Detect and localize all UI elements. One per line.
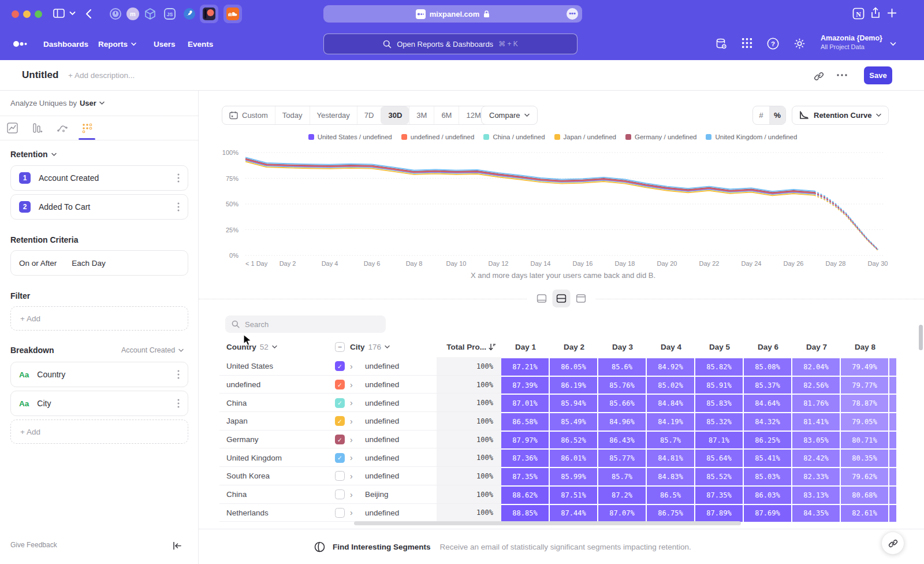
settings-gear-icon[interactable] bbox=[793, 38, 806, 50]
cell-retention-value[interactable]: 78.87% bbox=[841, 395, 888, 412]
cell-retention-value[interactable]: 85.7% bbox=[647, 432, 694, 449]
range-7d[interactable]: 7D bbox=[357, 106, 381, 124]
table-row[interactable]: United States✓›undefined100%87.21%86.05%… bbox=[199, 357, 924, 376]
cell-retention-value[interactable]: 85.83% bbox=[695, 395, 743, 412]
cell-retention-value[interactable]: 84.96% bbox=[598, 413, 646, 431]
cell-retention-value[interactable]: 87.89% bbox=[695, 505, 743, 522]
table-search-input[interactable]: Search bbox=[225, 316, 386, 333]
cell-retention-value[interactable]: 87.01% bbox=[501, 395, 549, 412]
expand-row-icon[interactable]: › bbox=[350, 453, 365, 462]
cell-retention-value[interactable]: 85.77% bbox=[598, 450, 646, 467]
cell-retention-value[interactable]: 85.76% bbox=[598, 377, 646, 394]
notion-icon[interactable]: N bbox=[852, 8, 865, 20]
cell-retention-value[interactable]: 82.04% bbox=[792, 358, 840, 376]
segment-checkbox-checked[interactable]: ✓ bbox=[335, 435, 345, 444]
share-link-fab[interactable] bbox=[882, 532, 904, 554]
cell-retention-value[interactable]: 86.75% bbox=[647, 505, 694, 522]
column-header-day-7[interactable]: Day 7 bbox=[792, 343, 841, 351]
cell-retention-value[interactable]: 86.52% bbox=[550, 432, 597, 449]
filter-add-button[interactable]: + Add bbox=[10, 306, 188, 331]
global-search[interactable]: Open Reports & Dashboards ⌘ + K bbox=[323, 34, 578, 54]
table-row[interactable]: Germany✓›undefined100%87.97%86.52%86.43%… bbox=[199, 431, 924, 449]
cell-retention-value[interactable]: 87.35% bbox=[695, 487, 743, 504]
kebab-menu-icon[interactable] bbox=[177, 370, 180, 379]
criteria-interval[interactable]: Each Day bbox=[72, 259, 106, 268]
analyze-value[interactable]: User bbox=[80, 99, 96, 107]
expand-row-icon[interactable]: › bbox=[350, 490, 365, 499]
cell-retention-value[interactable]: 86.43% bbox=[598, 432, 646, 449]
bird-icon[interactable] bbox=[180, 5, 199, 23]
maximize-window-button[interactable] bbox=[35, 10, 42, 18]
cell-retention-value[interactable]: 86.58% bbox=[501, 413, 549, 431]
chart-type-selector[interactable]: Retention Curve bbox=[792, 106, 889, 125]
cell-retention-value[interactable]: 84.35% bbox=[792, 505, 840, 522]
unit-percent[interactable]: % bbox=[769, 106, 785, 124]
cell-retention-value[interactable]: 87.07% bbox=[598, 505, 646, 522]
cell-retention-value[interactable]: 88.85% bbox=[501, 505, 549, 522]
compare-button[interactable]: Compare bbox=[481, 106, 538, 125]
criteria-condition[interactable]: On or After bbox=[19, 259, 57, 268]
tab-funnels[interactable] bbox=[25, 116, 50, 140]
cell-retention-value[interactable]: 85.02% bbox=[647, 377, 694, 394]
column-header-day-8[interactable]: Day 8 bbox=[841, 343, 889, 351]
table-row[interactable]: undefined✓›undefined100%87.39%86.19%85.7… bbox=[199, 376, 924, 394]
column-header-day-1[interactable]: Day 1 bbox=[501, 343, 550, 351]
cell-retention-value[interactable]: 82.56% bbox=[792, 377, 840, 394]
cell-retention-value[interactable]: 87.2% bbox=[598, 487, 646, 504]
cell-retention-value[interactable]: 86.01% bbox=[550, 450, 597, 467]
cell-retention-value[interactable]: 87.35% bbox=[501, 468, 549, 485]
back-icon[interactable] bbox=[85, 9, 92, 19]
kebab-menu-icon[interactable] bbox=[177, 173, 180, 183]
legend-item[interactable]: United Kingdom / undefined bbox=[706, 133, 797, 140]
column-header-day-3[interactable]: Day 3 bbox=[598, 343, 647, 351]
cell-retention-value[interactable]: 84.83% bbox=[647, 468, 694, 485]
table-row[interactable]: South Korea›undefined100%87.35%85.99%85.… bbox=[199, 467, 924, 485]
range-custom[interactable]: Custom bbox=[222, 106, 275, 124]
cell-retention-value[interactable]: 86.5% bbox=[647, 487, 694, 504]
view-table-only-button[interactable] bbox=[572, 290, 590, 307]
cell-retention-value[interactable]: 85.7% bbox=[598, 468, 646, 485]
expand-row-icon[interactable]: › bbox=[350, 417, 365, 426]
cell-retention-value[interactable]: 83.05% bbox=[792, 432, 840, 449]
nav-link-users[interactable]: Users bbox=[154, 28, 176, 60]
new-tab-icon[interactable] bbox=[887, 8, 897, 18]
cell-retention-value[interactable]: 85.82% bbox=[695, 358, 743, 376]
expand-row-icon[interactable]: › bbox=[350, 472, 365, 481]
cell-retention-value[interactable]: 81.76% bbox=[792, 395, 840, 412]
table-row[interactable]: China✓›undefined100%87.01%85.94%85.66%84… bbox=[199, 394, 924, 412]
cell-retention-value[interactable]: 85.94% bbox=[550, 395, 597, 412]
legend-item[interactable]: undefined / undefined bbox=[401, 133, 475, 140]
tab-insights[interactable] bbox=[0, 116, 25, 140]
minimize-window-button[interactable] bbox=[23, 10, 31, 18]
cell-retention-value[interactable]: 80.68% bbox=[841, 487, 888, 504]
tab-flows[interactable] bbox=[50, 116, 74, 140]
view-split-button[interactable] bbox=[553, 290, 571, 307]
cell-retention-value[interactable]: 88.62% bbox=[501, 487, 549, 504]
mixpanel-logo[interactable] bbox=[13, 28, 28, 60]
city-select-all-checkbox[interactable]: – bbox=[335, 342, 350, 352]
column-header-day-4[interactable]: Day 4 bbox=[647, 343, 695, 351]
segment-checkbox-unchecked[interactable] bbox=[335, 471, 345, 481]
breakdown-add-button[interactable]: + Add bbox=[10, 420, 188, 444]
nav-link-events[interactable]: Events bbox=[188, 28, 213, 60]
step-card-account-created[interactable]: 1 Account Created bbox=[10, 165, 188, 191]
add-description[interactable]: + Add description... bbox=[68, 71, 135, 80]
cell-retention-value[interactable]: 79.77% bbox=[841, 377, 888, 394]
cell-retention-value[interactable]: 86.03% bbox=[744, 487, 791, 504]
save-button[interactable]: Save bbox=[864, 66, 892, 84]
browser-sidebar-icon[interactable] bbox=[53, 8, 65, 18]
copy-link-icon[interactable] bbox=[814, 71, 824, 81]
give-feedback-link[interactable]: Give Feedback bbox=[10, 541, 57, 549]
breakdown-card-country[interactable]: Aa Country bbox=[10, 362, 188, 387]
cell-retention-value[interactable]: 85.91% bbox=[695, 377, 743, 394]
cell-retention-value[interactable]: 87.69% bbox=[744, 505, 791, 522]
nav-link-reports[interactable]: Reports bbox=[98, 28, 136, 60]
collapse-sidebar-icon[interactable] bbox=[173, 541, 182, 550]
report-title[interactable]: Untitled bbox=[22, 69, 58, 81]
cell-retention-value[interactable]: 81.41% bbox=[792, 413, 840, 431]
cell-retention-value[interactable]: 84.92% bbox=[647, 358, 694, 376]
cell-retention-value[interactable]: 87.44% bbox=[550, 505, 597, 522]
horizontal-scrollbar[interactable] bbox=[354, 521, 741, 525]
password-manager-icon[interactable] bbox=[106, 5, 125, 23]
column-header-day-5[interactable]: Day 5 bbox=[695, 343, 744, 351]
